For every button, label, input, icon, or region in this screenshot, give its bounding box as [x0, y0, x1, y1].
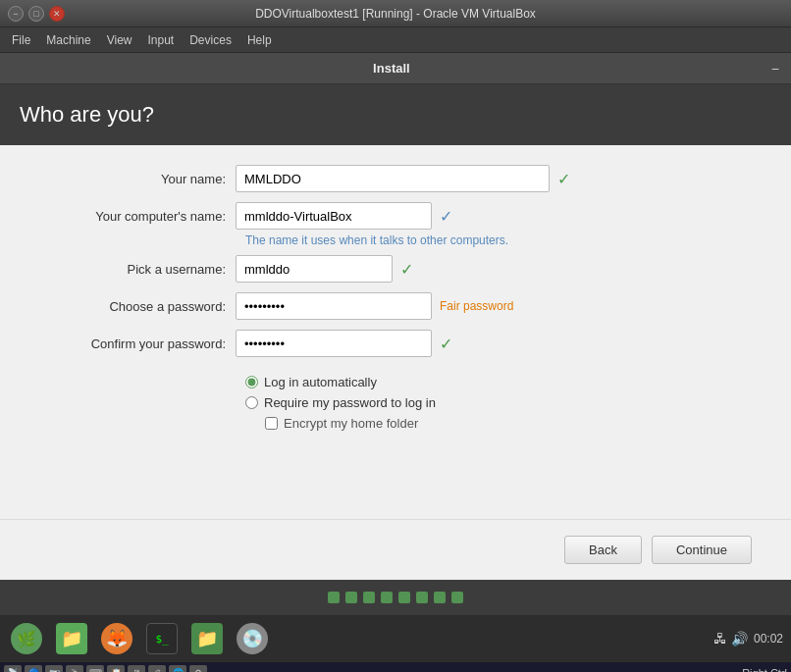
restore-button[interactable]: □: [28, 6, 44, 22]
clock: 00:02: [754, 632, 783, 646]
form-area: Your name: ✓ Your computer's name: ✓ The…: [0, 145, 791, 519]
status-icon-3: 📷: [45, 665, 63, 672]
progress-dot-7: [434, 592, 446, 603]
back-button[interactable]: Back: [564, 536, 642, 564]
status-icon-1: 📡: [4, 665, 22, 672]
status-icon-10: ⚙: [189, 665, 207, 672]
login-password-row: Require my password to log in: [245, 395, 752, 410]
install-minimize-button[interactable]: −: [771, 61, 779, 77]
status-icon-9: 🌐: [169, 665, 186, 672]
encrypt-row: Encrypt my home folder: [265, 416, 752, 431]
volume-icon: 🔊: [731, 631, 748, 646]
menu-bar: File Machine View Input Devices Help: [0, 27, 791, 53]
encrypt-checkbox[interactable]: [265, 417, 278, 430]
confirm-password-input[interactable]: [236, 330, 432, 357]
confirm-password-row: Confirm your password: ✓: [39, 330, 752, 357]
computer-name-label: Your computer's name:: [39, 209, 236, 224]
title-bar: − □ ✕ DDOVirtualboxtest1 [Running] - Ora…: [0, 0, 791, 27]
username-check-icon: ✓: [400, 260, 413, 279]
taskbar-firefox[interactable]: 🦊: [95, 619, 138, 658]
status-icon-2: 🔵: [25, 665, 42, 672]
folder2-icon: 📁: [191, 623, 223, 654]
menu-help[interactable]: Help: [239, 30, 280, 50]
taskbar-folder1[interactable]: 📁: [50, 619, 93, 658]
login-password-radio[interactable]: [245, 396, 258, 409]
login-auto-radio[interactable]: [245, 376, 258, 388]
login-auto-row: Log in automatically: [245, 375, 752, 389]
your-name-label: Your name:: [39, 172, 236, 186]
menu-file[interactable]: File: [4, 30, 38, 50]
computer-name-check-icon: ✓: [440, 207, 452, 226]
status-icon-5: ⌨: [86, 665, 104, 672]
login-options: Log in automatically Require my password…: [245, 375, 752, 431]
username-row: Pick a username: ✓: [39, 255, 752, 283]
progress-dot-6: [416, 592, 428, 603]
main-content: Who are you? Your name: ✓ Your computer'…: [0, 84, 791, 580]
computer-name-row: Your computer's name: ✓: [39, 202, 752, 230]
terminal-icon: $_: [146, 623, 178, 654]
status-icon-6: 📋: [107, 665, 125, 672]
system-tray: 🖧 🔊: [713, 631, 748, 646]
taskbar-right: 🖧 🔊 00:02: [713, 631, 783, 646]
taskbar-terminal[interactable]: $_: [140, 619, 184, 658]
folder-icon: 📁: [56, 623, 87, 654]
password-row: Choose a password: Fair password: [39, 292, 752, 320]
buttons-row: Back Continue: [0, 519, 791, 580]
username-label: Pick a username:: [39, 262, 236, 277]
menu-machine[interactable]: Machine: [38, 30, 98, 50]
password-input[interactable]: [236, 292, 432, 320]
menu-input[interactable]: Input: [140, 30, 183, 50]
progress-dot-3: [363, 592, 375, 603]
right-ctrl-label: Right Ctrl: [742, 667, 787, 672]
mint-icon: 🌿: [11, 623, 42, 654]
install-bar: Install −: [0, 53, 791, 84]
menu-view[interactable]: View: [99, 30, 140, 50]
your-name-input[interactable]: [236, 165, 550, 192]
login-auto-label[interactable]: Log in automatically: [264, 375, 377, 389]
computer-name-input[interactable]: [236, 202, 432, 230]
your-name-row: Your name: ✓: [39, 165, 752, 192]
confirm-password-label: Confirm your password:: [39, 336, 236, 351]
status-bar: 📡 🔵 📷 🖱 ⌨ 📋 🖥 🖨 🌐 ⚙ Right Ctrl: [0, 662, 791, 672]
window-title: DDOVirtualboxtest1 [Running] - Oracle VM…: [67, 7, 724, 21]
status-icon-7: 🖥: [128, 665, 145, 672]
page-title: Who are you?: [20, 102, 771, 128]
install-title: Install: [12, 61, 771, 76]
taskbar-folder2[interactable]: 📁: [185, 619, 229, 658]
page-header: Who are you?: [0, 84, 791, 145]
progress-dot-4: [381, 592, 393, 603]
disc-icon: 💿: [237, 623, 268, 654]
progress-dot-2: [345, 592, 357, 603]
your-name-check-icon: ✓: [557, 170, 570, 188]
login-password-label[interactable]: Require my password to log in: [264, 395, 436, 410]
menu-devices[interactable]: Devices: [182, 30, 239, 50]
close-button[interactable]: ✕: [49, 6, 65, 22]
password-strength: Fair password: [440, 299, 513, 313]
taskbar: 🌿 📁 🦊 $_ 📁 💿 🖧 🔊 00:02: [0, 615, 791, 662]
username-input[interactable]: [236, 255, 393, 283]
progress-dot-1: [328, 592, 340, 603]
progress-dot-5: [398, 592, 410, 603]
minimize-button[interactable]: −: [8, 6, 24, 22]
encrypt-label[interactable]: Encrypt my home folder: [284, 416, 418, 431]
confirm-password-check-icon: ✓: [440, 335, 452, 353]
password-label: Choose a password:: [39, 299, 236, 314]
continue-button[interactable]: Continue: [652, 536, 752, 564]
status-icon-8: 🖨: [148, 665, 166, 672]
taskbar-mint[interactable]: 🌿: [5, 619, 48, 658]
network-icon: 🖧: [713, 631, 727, 646]
computer-name-hint: The name it uses when it talks to other …: [245, 233, 752, 247]
taskbar-disc[interactable]: 💿: [231, 619, 274, 658]
progress-dot-8: [451, 592, 463, 603]
status-icon-4: 🖱: [66, 665, 83, 672]
progress-area: [0, 580, 791, 615]
firefox-icon: 🦊: [101, 623, 132, 654]
